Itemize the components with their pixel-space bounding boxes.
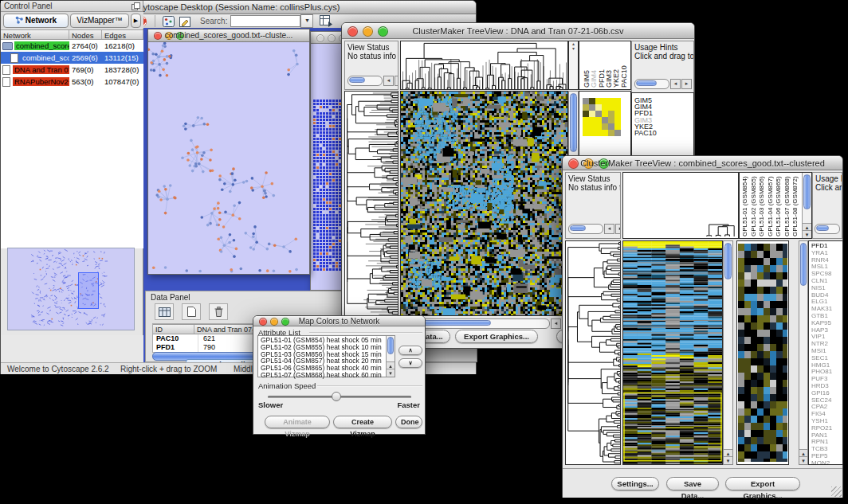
tv2-row-dendrogram-canvas[interactable] bbox=[566, 241, 620, 464]
animation-speed-slider-thumb[interactable] bbox=[332, 392, 341, 401]
import-table-icon[interactable] bbox=[320, 15, 333, 27]
network-overview-icon[interactable] bbox=[163, 16, 175, 27]
scroll-down-icon[interactable]: ▾ bbox=[803, 230, 811, 238]
column-network[interactable]: Network bbox=[1, 30, 69, 39]
attribute-table-icon[interactable] bbox=[155, 303, 174, 320]
scrollbar-thumb[interactable] bbox=[570, 93, 577, 152]
column-label[interactable]: GIM5 bbox=[583, 43, 590, 88]
create-vizmap-button[interactable]: Create Vizmap bbox=[333, 416, 392, 428]
scroll-down-icon[interactable]: ▾ bbox=[799, 456, 807, 464]
move-up-button[interactable]: ∧ bbox=[398, 346, 422, 355]
done-button[interactable]: Done bbox=[395, 416, 422, 428]
dialog-titlebar[interactable]: Map Colors to Network bbox=[253, 316, 425, 326]
treeview1-titlebar[interactable]: ClusterMaker TreeView : DNA and Tran 07-… bbox=[342, 23, 694, 39]
usage-hints-hscrollbar[interactable] bbox=[815, 224, 840, 234]
view-status-text: No status info for bbox=[568, 183, 618, 192]
tab-network[interactable]: Network bbox=[3, 14, 69, 28]
birdseye-viewport-rect[interactable] bbox=[78, 272, 99, 309]
tv1-heatmap-canvas[interactable] bbox=[401, 92, 567, 315]
network-table-header: Network Nodes Edges bbox=[1, 29, 143, 40]
tv2-zoom-panel[interactable] bbox=[736, 240, 789, 465]
birdseye-view[interactable] bbox=[7, 248, 135, 330]
close-button[interactable] bbox=[316, 34, 324, 42]
animate-vizmap-button[interactable]: Animate Vizmap bbox=[265, 416, 330, 428]
attribute-list-item[interactable]: GPL51-07 (GSM868) heat shock 60 min bbox=[261, 372, 392, 379]
annotation-icon[interactable] bbox=[179, 16, 191, 27]
float-panel-icon[interactable] bbox=[132, 2, 140, 12]
tv2-gene-list-scrollbar[interactable]: ▴ ▾ bbox=[799, 240, 808, 465]
delete-trash-icon[interactable] bbox=[209, 303, 228, 320]
scroll-down-icon[interactable]: ▾ bbox=[387, 369, 395, 377]
column-label[interactable]: GPL51-06 (GSM865) bbox=[775, 174, 783, 236]
tv2-column-dendrogram-canvas[interactable] bbox=[705, 190, 736, 236]
column-label[interactable]: GPL51-02 (GSM855) bbox=[750, 174, 759, 236]
view-status-hscrollbar[interactable]: ◂ ▸ bbox=[347, 76, 398, 86]
tv2-column-dendrogram-panel[interactable] bbox=[622, 172, 739, 239]
scroll-right-icon[interactable]: ▸ bbox=[395, 76, 398, 86]
tv1-heatmap-hscrollbar[interactable]: ◂ ▸ bbox=[400, 318, 572, 329]
column-label[interactable]: GIM3 bbox=[605, 43, 612, 88]
tv1-zoom-matrix-canvas[interactable] bbox=[583, 98, 621, 136]
tv1-row-dendrogram-panel[interactable] bbox=[344, 91, 398, 316]
scroll-left-icon[interactable]: ◂ bbox=[551, 318, 561, 329]
search-input[interactable] bbox=[230, 15, 300, 27]
move-down-button[interactable]: ∨ bbox=[398, 358, 422, 368]
network-tree-row[interactable]: DNA and Tran 07769(0)183728(0) bbox=[1, 64, 143, 76]
tv2-column-labels-scrollbar[interactable]: ▴ ▾ bbox=[802, 173, 811, 238]
tv2-heatmap-canvas[interactable] bbox=[623, 241, 722, 464]
column-label[interactable]: GIM4 bbox=[590, 43, 597, 88]
tv1-column-dendrogram-panel[interactable] bbox=[400, 41, 568, 90]
network-window-1-titlebar[interactable]: combined_scores_good.txt--cluste... bbox=[148, 29, 309, 42]
tv2-settings-button[interactable]: Settings... bbox=[611, 477, 659, 490]
view-status-hscrollbar[interactable]: ◂ ▸ bbox=[568, 224, 621, 234]
usage-hints-hscrollbar[interactable]: ◂ ▸ bbox=[634, 79, 692, 89]
scroll-left-icon[interactable]: ◂ bbox=[670, 79, 681, 89]
tv2-heatmap-panel[interactable] bbox=[622, 240, 723, 465]
birdseye-canvas[interactable] bbox=[8, 248, 134, 330]
tv1-column-dendrogram-canvas[interactable] bbox=[401, 41, 567, 89]
scroll-left-icon[interactable]: ◂ bbox=[604, 224, 614, 234]
scrollbar-thumb[interactable] bbox=[387, 337, 394, 354]
column-label[interactable]: YKE2 bbox=[612, 43, 619, 88]
network-tree-row[interactable]: combined_scores2764(0)16218(0) bbox=[1, 40, 143, 52]
tv1-heatmap-panel[interactable] bbox=[400, 91, 568, 316]
tab-overflow-button[interactable]: ▶ bbox=[131, 14, 141, 28]
column-label[interactable]: PFD1 bbox=[598, 43, 605, 88]
search-dropdown-arrow[interactable]: ▼ bbox=[300, 14, 313, 28]
treeview2-titlebar[interactable]: ClusterMaker TreeView : combined_scores_… bbox=[563, 156, 842, 170]
tv2-heatmap-scrollbar[interactable]: ▴ ▾ bbox=[723, 240, 733, 465]
resize-grip[interactable] bbox=[831, 486, 842, 497]
column-label[interactable]: GPL51-04 (GSM857) bbox=[767, 174, 775, 236]
tab-vizmapper[interactable]: VizMapper™ bbox=[70, 14, 129, 28]
tv1-row-dendrogram-canvas[interactable] bbox=[345, 92, 398, 315]
column-label[interactable]: GPL51-08 (GSM872) bbox=[791, 174, 800, 236]
tv2-save-data-button[interactable]: Save Data... bbox=[666, 477, 719, 490]
network-view-1-canvas[interactable] bbox=[148, 42, 309, 274]
column-edges[interactable]: Edges bbox=[102, 30, 143, 39]
attribute-list-scrollbar[interactable]: ▴ ▾ bbox=[386, 336, 395, 377]
column-nodes[interactable]: Nodes bbox=[69, 30, 102, 39]
column-label[interactable]: GPL51-07 (GSM868) bbox=[783, 174, 792, 236]
scroll-down-icon[interactable]: ▾ bbox=[724, 456, 732, 464]
scroll-right-icon[interactable]: ▸ bbox=[681, 79, 692, 89]
minimize-button[interactable] bbox=[328, 34, 336, 42]
column-label[interactable]: PAC10 bbox=[620, 43, 627, 88]
data-panel-title: Data Panel bbox=[151, 293, 190, 302]
network-tree-row[interactable]: combined_sco2569(6)13112(15) bbox=[1, 52, 143, 64]
column-label[interactable]: GPL51-01 (GSM854) bbox=[741, 174, 750, 236]
scrollbar-thumb[interactable] bbox=[724, 243, 732, 279]
row-label[interactable]: PAC10 bbox=[634, 130, 691, 136]
gene-label[interactable]: MON2 bbox=[811, 460, 840, 465]
tv2-zoom-heatmap-canvas[interactable] bbox=[738, 244, 787, 462]
scroll-left-icon[interactable]: ◂ bbox=[383, 76, 394, 86]
scrollbar-thumb[interactable] bbox=[800, 243, 807, 286]
new-attribute-icon[interactable] bbox=[182, 303, 201, 320]
network-tree-row[interactable]: RNAPuberNov2+563(0)107847(0) bbox=[1, 76, 143, 88]
tv2-row-dendrogram-panel[interactable] bbox=[565, 240, 621, 465]
column-label[interactable]: GPL51-03 (GSM856) bbox=[758, 174, 767, 236]
column-id[interactable]: ID bbox=[153, 325, 194, 334]
scrollbar-thumb[interactable] bbox=[803, 174, 811, 209]
tv1-export-graphics-button[interactable]: Export Graphics... bbox=[455, 330, 538, 343]
tv2-export-graphics-button[interactable]: Export Graphics... bbox=[725, 477, 800, 490]
scroll-right-icon[interactable]: ▸ bbox=[615, 224, 621, 234]
